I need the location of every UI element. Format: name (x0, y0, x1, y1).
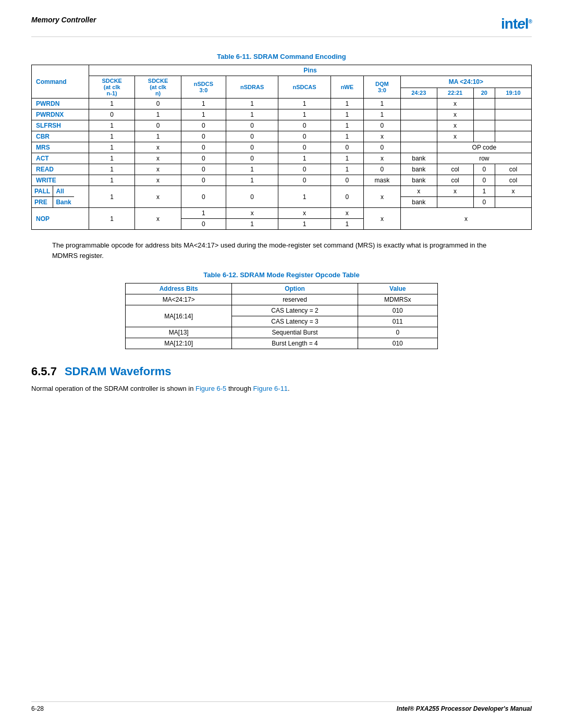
row-act: ACT 1x0011x bankrow (32, 153, 532, 164)
col-sdcke1: SDCKE(at clkn-1) (89, 76, 135, 98)
link-figure-11[interactable]: Figure 6-11 (253, 385, 288, 392)
cmd-cbr: CBR (32, 131, 89, 142)
table12-row-1: MA<24:17> reserved MDMRSx (126, 294, 438, 305)
cmd-bank: Bank (53, 197, 74, 207)
col-nsdcas: nSDCAS (278, 76, 331, 98)
table-11-container: Table 6-11. SDRAM Command Encoding Comma… (31, 53, 532, 230)
section-number: 6.5.7 (31, 365, 57, 378)
cmd-pwrdnx: PWRDNX (32, 109, 89, 120)
row-pall-all: PALL PRE All Bank 1 x 0 0 1 0 x (32, 186, 532, 197)
cmd-nop: NOP (32, 208, 89, 230)
row-read: READ 1x01010 bankcol0col (32, 164, 532, 175)
cmd-all: All (53, 186, 74, 197)
col-ma2221: 22:21 (437, 88, 473, 98)
cmd-pall: PALL (32, 186, 53, 197)
row-pwrdnx: PWRDNX 0111111 x (32, 109, 532, 120)
col-value: Value (358, 283, 437, 294)
pins-header: Pins (89, 65, 532, 76)
section-657-heading: 6.5.7 SDRAM Waveforms (31, 365, 532, 378)
cmd-mrs: MRS (32, 142, 89, 153)
intel-logo: intel® (501, 16, 532, 32)
para-text: The programmable opcode for address bits… (52, 240, 511, 261)
col-ma2423: 24:23 (400, 88, 437, 98)
section-body: Normal operation of the SDRAM controller… (31, 384, 532, 394)
cmd-pre: PRE (32, 197, 53, 207)
cmd-write: WRITE (32, 175, 89, 186)
row-nop-1: NOP 1 x 1xxx x x (32, 208, 532, 219)
footer-page-number: 6-28 (31, 705, 44, 712)
col-ma1910: 19:10 (495, 88, 532, 98)
col-option: Option (232, 283, 358, 294)
row-write: WRITE 1x0100mask bankcol0col (32, 175, 532, 186)
col-header-command: Command (32, 65, 89, 98)
cmd-read: READ (32, 164, 89, 175)
table-12: Address Bits Option Value MA<24:17> rese… (125, 283, 438, 349)
row-slfrsh: SLFRSH 1000010 x (32, 120, 532, 131)
page-footer: 6-28 Intel® PXA255 Processor Developer's… (31, 701, 532, 712)
table-11: Command Pins SDCKE(at clkn-1) SDCKE(at c… (31, 65, 532, 230)
link-figure-5[interactable]: Figure 6-5 (195, 385, 226, 392)
section-title: SDRAM Waveforms (65, 365, 172, 378)
col-dqm: DQM3:0 (364, 76, 401, 98)
row-mrs: MRS 1x00000 OP code (32, 142, 532, 153)
table12-row-4: MA[12:10] Burst Length = 4 010 (126, 338, 438, 349)
col-addr-bits: Address Bits (126, 283, 232, 294)
table12-row-3: MA[13] Sequential Burst 0 (126, 327, 438, 338)
cmd-pwrdn: PWRDN (32, 98, 89, 109)
row-pwrdn: PWRDN 1011111 x (32, 98, 532, 109)
ma-header: MA <24:10> (400, 76, 531, 88)
table12-row-2a: MA[16:14] CAS Latency = 2 010 (126, 305, 438, 316)
col-nsdras: nSDRAS (226, 76, 278, 98)
col-sdcke2: SDCKE(at clkn) (135, 76, 181, 98)
page-header: Memory Controller intel® (31, 16, 532, 37)
table-11-caption: Table 6-11. SDRAM Command Encoding (31, 53, 532, 60)
chapter-title: Memory Controller (31, 16, 96, 24)
col-ma20: 20 (473, 88, 495, 98)
table-12-section: Table 6-12. SDRAM Mode Register Opcode T… (31, 271, 532, 279)
table-12-container: Address Bits Option Value MA<24:17> rese… (125, 283, 438, 349)
table-12-caption: Table 6-12. SDRAM Mode Register Opcode T… (31, 271, 532, 279)
col-nwe: nWE (331, 76, 363, 98)
col-nsdcs: nSDCS3:0 (181, 76, 226, 98)
footer-document-title: Intel® PXA255 Processor Developer's Manu… (397, 705, 532, 712)
cmd-act: ACT (32, 153, 89, 164)
cmd-slfrsh: SLFRSH (32, 120, 89, 131)
row-cbr: CBR 110001x x (32, 131, 532, 142)
